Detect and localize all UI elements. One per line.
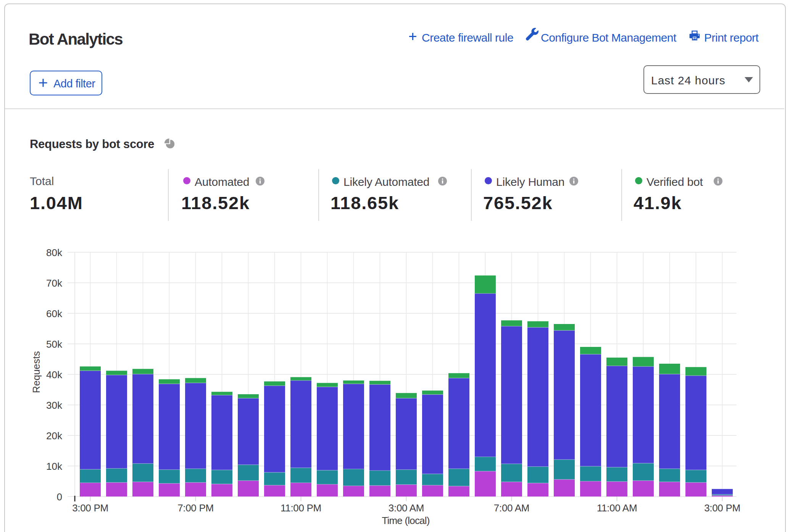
svg-text:11:00 AM: 11:00 AM: [597, 502, 637, 514]
svg-text:7:00 PM: 7:00 PM: [177, 502, 214, 514]
svg-text:10k: 10k: [46, 461, 63, 472]
svg-text:80k: 80k: [46, 247, 63, 258]
svg-text:30k: 30k: [46, 400, 63, 411]
svg-text:70k: 70k: [46, 277, 63, 289]
svg-text:Requests: Requests: [31, 351, 42, 393]
svg-text:3:00 PM: 3:00 PM: [72, 502, 108, 514]
svg-text:40k: 40k: [46, 369, 63, 380]
svg-text:20k: 20k: [46, 430, 63, 442]
svg-text:0: 0: [57, 491, 62, 503]
svg-text:3:00 AM: 3:00 AM: [389, 502, 424, 514]
svg-text:7:00 AM: 7:00 AM: [494, 502, 529, 514]
svg-text:3:00 PM: 3:00 PM: [704, 502, 740, 514]
svg-text:11:00 PM: 11:00 PM: [281, 502, 321, 514]
svg-text:Time (local): Time (local): [382, 515, 429, 526]
svg-text:60k: 60k: [46, 308, 63, 319]
svg-text:50k: 50k: [46, 339, 63, 350]
